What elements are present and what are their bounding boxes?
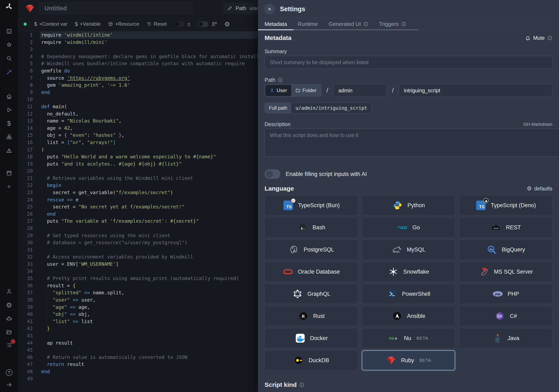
tab-runtime[interactable]: Runtime	[298, 21, 318, 27]
sidebar-item-workspace[interactable]	[5, 27, 13, 35]
description-textarea[interactable]	[265, 129, 559, 157]
editor-settings-gear-icon[interactable]: ⚙	[224, 20, 230, 28]
language-option-rest[interactable]: HTTPREST	[459, 218, 552, 237]
metadata-pane: Metadata Mute Summary Path Us	[258, 30, 559, 392]
language-label: Java	[507, 335, 519, 341]
line-number: 32	[18, 253, 40, 261]
sidebar-item-logs[interactable]	[5, 341, 13, 349]
language-option-oracle-database[interactable]: Oracle Database	[265, 262, 358, 282]
diff-toggle[interactable]	[174, 21, 185, 27]
sidebar-item-favorites[interactable]	[5, 41, 13, 49]
language-defaults-button[interactable]: ⚙ defaults	[527, 185, 552, 192]
svg-text:nu: nu	[389, 336, 394, 341]
sidebar-item-resources[interactable]	[5, 133, 13, 141]
path-separator: /	[392, 87, 394, 94]
owner-kind-user[interactable]: User	[265, 85, 291, 96]
reset-icon	[147, 21, 152, 27]
sidebar-item-home[interactable]	[5, 92, 13, 100]
language-label: DuckDB	[309, 357, 329, 364]
tab-metadata[interactable]: Metadata	[265, 21, 287, 27]
language-option-snowflake[interactable]: Snowflake	[362, 262, 455, 282]
line-number: 10	[18, 96, 40, 103]
oracle-icon	[283, 266, 293, 277]
folder-icon	[295, 88, 300, 93]
sidebar-item-ai-wand[interactable]	[5, 68, 13, 76]
line-number: 25	[18, 203, 40, 210]
info-icon	[401, 21, 406, 27]
multiplayer-toggle[interactable]	[198, 21, 208, 27]
path-name-input[interactable]	[399, 84, 552, 97]
tab-generated-ui[interactable]: Generated UI	[329, 21, 368, 27]
owner-kind-folder[interactable]: Folder	[291, 85, 321, 96]
ai-toggle-label: Enable filling script inputs with AI	[286, 171, 367, 177]
typescript-bun-icon: TS	[283, 200, 294, 211]
windmill-logo-icon[interactable]	[5, 2, 13, 11]
sidebar-item-runs[interactable]	[5, 106, 13, 114]
language-option-bigquery[interactable]: BigQuery	[459, 240, 552, 260]
tab-triggers[interactable]: Triggers	[379, 21, 406, 27]
language-option-powershell[interactable]: PowerShell	[362, 284, 455, 304]
language-option-typescript-deno[interactable]: TSTypeScript (Deno)	[459, 195, 552, 215]
line-number: 11	[18, 103, 40, 110]
mssql-icon	[479, 266, 489, 277]
svg-text:>: >	[395, 336, 398, 341]
svg-text:R: R	[302, 314, 305, 319]
language-option-mysql[interactable]: MySQLMySQL	[362, 240, 455, 260]
sidebar-item-variables[interactable]: $	[5, 119, 13, 128]
sidebar-item-settings[interactable]: ⚙	[5, 301, 13, 309]
language-option-duckdb[interactable]: DuckDB	[265, 350, 358, 370]
ai-inputs-toggle[interactable]	[265, 169, 280, 179]
line-number: 12	[18, 110, 40, 118]
sidebar-expand-icon[interactable]	[5, 381, 13, 389]
add-variable-button[interactable]: $ +Variable	[75, 21, 101, 27]
language-option-php[interactable]: phpPHP	[459, 284, 552, 304]
sidebar-item-folders[interactable]	[5, 328, 13, 336]
add-context-var-button[interactable]: $ +Context var	[34, 21, 67, 27]
language-option-c[interactable]: C#C#	[459, 306, 552, 326]
add-resource-button[interactable]: +Resource	[108, 21, 139, 27]
sidebar-item-user[interactable]	[5, 287, 13, 296]
info-icon	[363, 21, 368, 27]
summary-input[interactable]	[265, 56, 552, 69]
path-owner-input[interactable]	[333, 84, 387, 97]
language-option-python[interactable]: Python	[362, 195, 455, 215]
postgresql-icon	[289, 244, 299, 255]
script-name-input[interactable]	[39, 2, 193, 14]
line-number: 30	[18, 239, 40, 246]
language-option-nu[interactable]: nu>NuBETA	[362, 328, 455, 348]
line-number: 6	[18, 67, 40, 74]
mute-button[interactable]: Mute	[525, 35, 552, 41]
language-option-ms-sql-server[interactable]: MS SQL Server	[459, 262, 552, 282]
language-option-ansible[interactable]: Ansible	[362, 306, 455, 326]
language-option-typescript-bun[interactable]: TSTypeScript (Bun)	[265, 195, 358, 215]
help-icon[interactable]: ?	[5, 368, 13, 377]
language-option-docker[interactable]: Docker	[265, 328, 358, 348]
line-number: 27	[18, 218, 40, 225]
sidebar-item-workers[interactable]	[5, 314, 13, 323]
full-path-badge[interactable]: Full path u/admin/intriguing_script	[265, 103, 372, 113]
sidebar-item-add[interactable]: +	[5, 182, 13, 191]
language-option-bash[interactable]: $Bash	[265, 218, 358, 237]
search-icon[interactable]	[5, 54, 13, 63]
svg-text:HTTP: HTTP	[494, 228, 498, 229]
package-icon	[108, 21, 113, 27]
line-number: 26	[18, 210, 40, 218]
line-number: 45	[18, 346, 40, 354]
svg-text:Java: Java	[495, 341, 500, 343]
close-icon[interactable]	[264, 4, 275, 15]
language-option-java[interactable]: JavaJava	[459, 328, 552, 348]
go-icon: GO	[397, 222, 408, 233]
sidebar-item-triggers[interactable]	[5, 147, 13, 155]
language-option-rust[interactable]: RRust	[265, 306, 358, 326]
language-option-go[interactable]: GOGo	[362, 218, 455, 237]
language-option-ruby[interactable]: RubyBETA	[362, 350, 455, 370]
owner-kind-toggle: User Folder	[265, 84, 322, 97]
reset-button[interactable]: Reset	[147, 21, 167, 27]
summary-label: Summary	[265, 48, 552, 55]
python-icon	[392, 200, 403, 211]
sidebar-item-schedules[interactable]	[5, 169, 13, 177]
language-option-graphql[interactable]: GraphQL	[265, 284, 358, 304]
line-number: 41	[18, 318, 40, 325]
language-option-postgresql[interactable]: PostgreSQL	[265, 240, 358, 260]
line-number: 22	[18, 182, 40, 189]
